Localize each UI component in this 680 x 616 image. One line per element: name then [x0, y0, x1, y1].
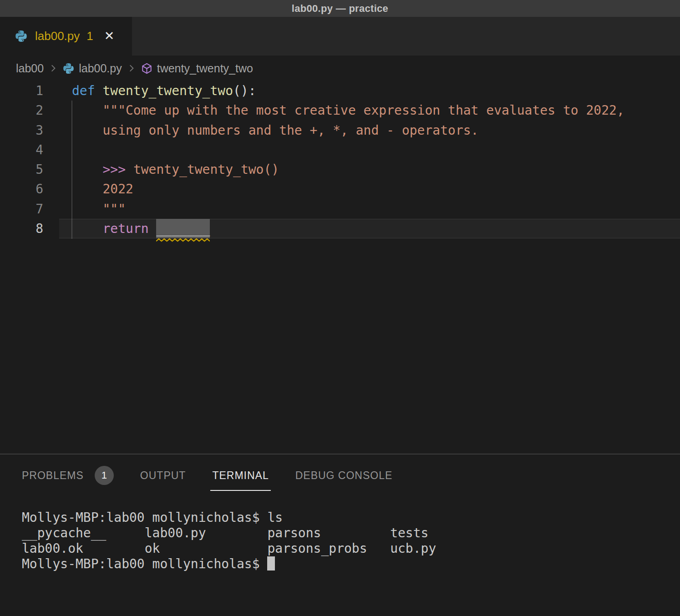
code-text: using only numbers and the +, *, and - o… [72, 121, 680, 140]
tab-problems-count: 1 [86, 29, 93, 43]
code-line[interactable]: 1def twenty_twenty_two(): [0, 81, 680, 101]
code-text: 2022 [72, 179, 680, 199]
line-number: 1 [0, 81, 43, 101]
chevron-right-icon [48, 63, 58, 73]
editor-tab-bar: lab00.py 1 ✕ [0, 17, 680, 56]
tab-output[interactable]: OUTPUT [140, 470, 186, 482]
terminal[interactable]: Mollys-MBP:lab00 mollynicholas$ ls__pyca… [0, 496, 680, 616]
python-file-icon [63, 63, 74, 74]
code-line[interactable]: 5 >>> twenty_twenty_two() [0, 160, 680, 179]
code-line[interactable]: 8 return _______ [0, 219, 680, 238]
problems-count-badge: 1 [95, 466, 114, 485]
chevron-right-icon [127, 63, 137, 73]
warning-squiggle-icon [156, 238, 210, 242]
terminal-output: Mollys-MBP:lab00 mollynicholas$ ls__pyca… [22, 510, 680, 556]
terminal-line: __pycache__ lab00.py parsons tests [22, 525, 680, 541]
line-number: 2 [0, 101, 43, 120]
python-file-icon [15, 30, 27, 42]
code-text [72, 140, 680, 160]
tab-label: lab00.py [35, 29, 80, 43]
tab-lab00-py[interactable]: lab00.py 1 ✕ [0, 17, 132, 56]
code-line[interactable]: 3 using only numbers and the +, *, and -… [0, 121, 680, 140]
panel-tab-bar: PROBLEMS 1 OUTPUT TERMINAL DEBUG CONSOLE [0, 454, 680, 496]
breadcrumb-item-file[interactable]: lab00.py [63, 62, 122, 75]
close-icon[interactable]: ✕ [104, 30, 115, 42]
code-line[interactable]: 4 [0, 140, 680, 160]
code-text: """ [72, 199, 680, 219]
breadcrumb: lab00 lab00.py twenty_twenty_two [0, 56, 680, 81]
symbol-method-icon [141, 63, 152, 74]
code-text: def twenty_twenty_two(): [72, 81, 680, 101]
line-number: 4 [0, 140, 43, 160]
code-text: """Come up with the most creative expres… [72, 101, 680, 120]
terminal-line: Mollys-MBP:lab00 mollynicholas$ ls [22, 510, 680, 525]
line-number: 8 [0, 219, 43, 238]
breadcrumb-item-folder[interactable]: lab00 [16, 62, 44, 75]
line-number: 7 [0, 199, 43, 219]
code-line[interactable]: 2 """Come up with the most creative expr… [0, 101, 680, 120]
terminal-prompt-line: Mollys-MBP:lab00 mollynicholas$ [22, 556, 680, 572]
bottom-panel: PROBLEMS 1 OUTPUT TERMINAL DEBUG CONSOLE… [0, 454, 680, 616]
line-number: 3 [0, 121, 43, 140]
line-number: 6 [0, 179, 43, 199]
code-text: >>> twenty_twenty_two() [72, 160, 680, 179]
code-lines: 1def twenty_twenty_two():2 """Come up wi… [0, 81, 680, 238]
breadcrumb-item-symbol[interactable]: twenty_twenty_two [141, 62, 253, 75]
tab-debug-console[interactable]: DEBUG CONSOLE [295, 470, 393, 482]
tab-terminal[interactable]: TERMINAL [212, 470, 269, 482]
window-titlebar: lab00.py — practice [0, 0, 680, 17]
python-icon [15, 30, 27, 42]
code-line[interactable]: 7 """ [0, 199, 680, 219]
code-editor[interactable]: 1def twenty_twenty_two():2 """Come up wi… [0, 81, 680, 454]
chevron-right-icon [48, 63, 58, 73]
chevron-right-icon [127, 63, 137, 73]
terminal-line: lab00.ok ok parsons_probs ucb.py [22, 541, 680, 556]
tab-problems[interactable]: PROBLEMS 1 [22, 466, 114, 485]
line-number: 5 [0, 160, 43, 179]
code-text: return _______ [72, 219, 680, 238]
terminal-cursor [267, 556, 275, 571]
terminal-prompt: Mollys-MBP:lab00 mollynicholas$ [22, 556, 267, 571]
blank-placeholder[interactable]: _______ [156, 219, 210, 238]
python-icon [63, 63, 74, 74]
symbol-method-icon [141, 63, 152, 74]
window-title: lab00.py — practice [292, 3, 388, 15]
code-line[interactable]: 6 2022 [0, 179, 680, 199]
